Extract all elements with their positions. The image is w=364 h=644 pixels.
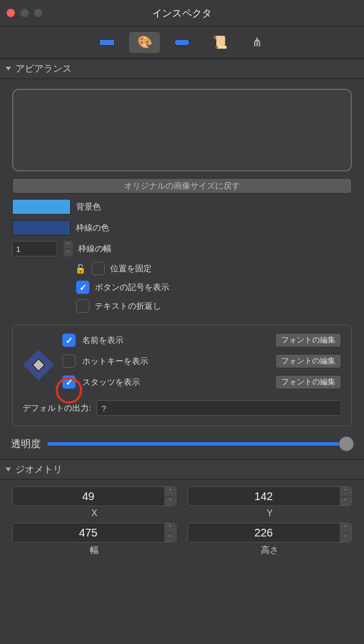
x-stepper[interactable]: ˄˅ [164,487,176,506]
border-width-label: 枠線の幅 [78,244,111,254]
section-appearance-header[interactable]: アピアランス [0,58,364,79]
rss-icon: ⋔ [252,35,262,50]
height-input[interactable] [188,523,339,542]
geometry-body: ˄˅ X ˄˅ Y ˄˅ 幅 ˄˅ 高さ [0,480,364,567]
chevron-down-icon [6,67,11,71]
box-icon [99,39,115,46]
default-output-input[interactable] [97,400,341,416]
width-label: 幅 [12,545,176,556]
default-output-label: デフォルトの出力: [23,403,91,414]
height-stepper[interactable]: ˄˅ [339,523,351,542]
slider-thumb[interactable] [339,436,354,452]
opacity-slider[interactable] [47,442,353,446]
border-color-label: 枠線の色 [76,223,109,233]
height-field[interactable]: ˄˅ [188,523,352,543]
appearance-body: オリジナルの画像サイズに戻す 背景色 枠線の色 ˄˅ 枠線の幅 🔓 位置を固定 … [0,79,364,315]
tab-feed[interactable]: ⋔ [242,32,272,53]
lock-position-label: 位置を固定 [110,264,152,274]
border-color-swatch[interactable] [12,220,71,235]
y-input[interactable] [188,487,339,506]
x-input[interactable] [13,487,164,506]
bg-color-label: 背景色 [76,202,101,212]
palette-icon: 🎨 [137,35,152,50]
lock-position-checkbox[interactable] [92,262,105,275]
y-label: Y [188,508,352,518]
font-edit-name-button[interactable]: フォントの編集 [275,333,341,347]
y-field[interactable]: ˄˅ [188,486,352,506]
height-label: 高さ [188,545,352,556]
font-edit-stats-button[interactable]: フォントの編集 [275,375,341,389]
border-width-field[interactable] [12,241,57,256]
tab-basic[interactable] [92,32,122,53]
width-field[interactable]: ˄˅ [12,523,176,543]
display-options-group: ✓ 名前を表示 フォントの編集 ホットキーを表示 フォントの編集 ✓ スタッツを… [12,325,352,426]
marker-preview [23,349,55,381]
show-hotkey-checkbox[interactable] [62,355,76,368]
border-width-stepper[interactable]: ˄˅ [63,241,73,256]
opacity-row: 透明度 [0,426,364,459]
show-hotkey-label: ホットキーを表示 [82,356,148,367]
border-width-input[interactable] [13,244,57,254]
section-geometry-header[interactable]: ジオメトリ [0,459,364,480]
tab-appearance[interactable]: 🎨 [129,32,160,53]
tab-scroll[interactable] [167,32,197,53]
inspector-tabbar: 🎨 📜 ⋔ [0,26,364,58]
lock-icon[interactable]: 🔓 [75,264,86,274]
y-stepper[interactable]: ˄˅ [339,487,351,506]
show-name-label: 名前を表示 [82,335,124,346]
show-stats-checkbox[interactable]: ✓ [62,375,76,389]
titlebar: インスペクタ [0,0,364,26]
text-wrap-label: テキストの折返し [95,301,161,312]
window-title: インスペクタ [0,7,364,20]
bg-color-swatch[interactable] [12,199,71,214]
tab-script[interactable]: 📜 [204,32,235,53]
font-edit-hotkey-button[interactable]: フォントの編集 [275,354,341,368]
opacity-label: 透明度 [11,437,41,450]
show-stats-label: スタッツを表示 [82,377,140,388]
show-symbol-checkbox[interactable]: ✓ [76,281,89,294]
show-symbol-label: ボタンの記号を表示 [95,282,169,293]
text-wrap-checkbox[interactable] [76,299,89,313]
chevron-down-icon [6,468,11,471]
section-appearance-title: アピアランス [15,62,72,75]
width-stepper[interactable]: ˄˅ [164,523,176,542]
reset-image-size-button[interactable]: オリジナルの画像サイズに戻す [12,178,352,194]
image-preview-well[interactable] [12,89,352,171]
width-input[interactable] [13,523,164,542]
capsule-icon [174,39,190,46]
scroll-icon: 📜 [212,35,227,50]
show-name-checkbox[interactable]: ✓ [62,334,76,347]
x-label: X [12,508,176,518]
x-field[interactable]: ˄˅ [12,486,176,506]
section-geometry-title: ジオメトリ [15,463,62,476]
